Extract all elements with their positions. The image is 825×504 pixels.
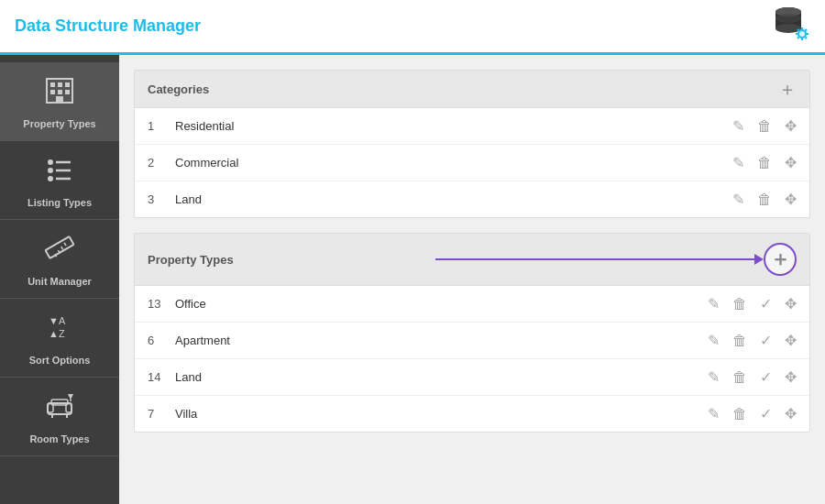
svg-rect-17: [58, 82, 62, 87]
property-types-header: Property Types ＋: [135, 234, 809, 286]
check-icon: ✓: [760, 368, 772, 386]
edit-icon[interactable]: ✎: [708, 368, 720, 386]
row-actions: ✎ 🗑 ✓ ✥: [708, 405, 797, 422]
app-layout: Property Types Listing Types: [0, 55, 825, 504]
sofa-icon: [43, 389, 76, 428]
delete-icon[interactable]: 🗑: [732, 333, 747, 349]
delete-icon[interactable]: 🗑: [732, 406, 747, 422]
edit-icon[interactable]: ✎: [732, 191, 744, 208]
row-label: Residential: [175, 119, 732, 133]
row-label: Commercial: [175, 156, 732, 170]
sidebar-label-sort-options: Sort Options: [29, 355, 91, 366]
svg-rect-20: [58, 90, 62, 94]
edit-icon[interactable]: ✎: [708, 332, 720, 349]
move-icon[interactable]: ✥: [785, 368, 797, 386]
ruler-icon: [43, 231, 76, 270]
sidebar-item-room-types[interactable]: Room Types: [0, 378, 119, 456]
categories-section: Categories ＋ 1 Residential ✎ 🗑 ✥ 2 Comme…: [134, 70, 810, 218]
row-num: 6: [148, 334, 175, 347]
sidebar-item-listing-types[interactable]: Listing Types: [0, 141, 119, 220]
move-icon[interactable]: ✥: [785, 405, 797, 422]
move-icon[interactable]: ✥: [785, 117, 797, 135]
property-types-add-button[interactable]: ＋: [764, 243, 797, 276]
svg-point-4: [776, 14, 801, 23]
row-actions: ✎ 🗑 ✓ ✥: [708, 295, 797, 312]
row-num: 2: [148, 156, 175, 170]
svg-point-27: [48, 176, 53, 181]
svg-line-32: [61, 247, 63, 249]
section-header-right: ＋: [435, 243, 797, 276]
app-header: Data Structure Manager: [0, 0, 825, 55]
row-num: 1: [148, 119, 175, 133]
sidebar-label-property-types: Property Types: [23, 118, 95, 129]
sidebar-label-listing-types: Listing Types: [28, 197, 92, 208]
svg-line-14: [798, 37, 799, 38]
sidebar: Property Types Listing Types: [0, 55, 119, 504]
svg-line-12: [806, 37, 808, 38]
row-actions: ✎ 🗑 ✥: [732, 154, 797, 171]
arrow-line: [435, 258, 756, 260]
sidebar-label-room-types: Room Types: [29, 433, 89, 444]
move-icon[interactable]: ✥: [785, 295, 797, 312]
row-num: 13: [148, 297, 175, 311]
check-icon: ✓: [760, 405, 772, 422]
sidebar-item-unit-manager[interactable]: Unit Manager: [0, 220, 119, 299]
row-label: Apartment: [175, 334, 708, 347]
sidebar-item-property-types[interactable]: Property Types: [0, 62, 119, 141]
row-label: Land: [175, 192, 732, 206]
sort-icon: ▼A ▲Z: [43, 310, 76, 349]
row-actions: ✎ 🗑 ✥: [732, 117, 797, 135]
table-row: 14 Land ✎ 🗑 ✓ ✥: [135, 359, 809, 396]
building-icon: [43, 73, 76, 113]
row-num: 7: [148, 407, 175, 421]
delete-icon[interactable]: 🗑: [757, 192, 772, 208]
svg-rect-22: [56, 96, 63, 103]
row-num: 3: [148, 192, 175, 206]
property-types-section: Property Types ＋ 13 Office ✎ 🗑 ✓ ✥: [134, 233, 810, 433]
svg-point-25: [48, 168, 53, 173]
svg-line-13: [806, 29, 808, 31]
svg-marker-43: [68, 394, 73, 398]
list-icon: [43, 152, 76, 192]
edit-icon[interactable]: ✎: [708, 405, 720, 422]
app-title: Data Structure Manager: [15, 16, 201, 36]
row-actions: ✎ 🗑 ✓ ✥: [708, 368, 797, 386]
categories-title: Categories: [148, 82, 209, 96]
delete-icon[interactable]: 🗑: [757, 155, 772, 171]
edit-icon[interactable]: ✎: [708, 295, 720, 312]
svg-text:▲Z: ▲Z: [49, 328, 65, 339]
sidebar-label-unit-manager: Unit Manager: [28, 276, 92, 287]
svg-rect-16: [50, 82, 55, 87]
svg-line-33: [64, 243, 66, 246]
categories-add-button[interactable]: ＋: [778, 80, 797, 98]
edit-icon[interactable]: ✎: [732, 117, 744, 135]
svg-line-11: [798, 29, 799, 31]
table-row: 3 Land ✎ 🗑 ✥: [135, 181, 809, 217]
row-label: Office: [175, 297, 708, 311]
row-num: 14: [148, 370, 175, 384]
row-actions: ✎ 🗑 ✓ ✥: [708, 332, 797, 349]
main-content: Categories ＋ 1 Residential ✎ 🗑 ✥ 2 Comme…: [119, 55, 825, 504]
check-icon: ✓: [760, 332, 772, 349]
svg-rect-29: [46, 236, 74, 258]
move-icon[interactable]: ✥: [785, 332, 797, 349]
sidebar-item-sort-options[interactable]: ▼A ▲Z Sort Options: [0, 299, 119, 378]
table-row: 7 Villa ✎ 🗑 ✓ ✥: [135, 396, 809, 432]
delete-icon[interactable]: 🗑: [732, 369, 747, 386]
row-label: Land: [175, 370, 708, 384]
move-icon[interactable]: ✥: [785, 154, 797, 171]
svg-rect-21: [65, 90, 70, 94]
database-icon: [770, 5, 810, 49]
table-row: 6 Apartment ✎ 🗑 ✓ ✥: [135, 323, 809, 359]
property-types-title: Property Types: [148, 253, 234, 267]
svg-rect-19: [50, 90, 55, 94]
table-row: 13 Office ✎ 🗑 ✓ ✥: [135, 286, 809, 323]
row-label: Villa: [175, 407, 708, 421]
arrow-indicator: [435, 258, 756, 260]
delete-icon[interactable]: 🗑: [757, 118, 772, 135]
table-row: 1 Residential ✎ 🗑 ✥: [135, 108, 809, 145]
move-icon[interactable]: ✥: [785, 191, 797, 208]
row-actions: ✎ 🗑 ✥: [732, 191, 797, 208]
delete-icon[interactable]: 🗑: [732, 296, 747, 312]
edit-icon[interactable]: ✎: [732, 154, 744, 171]
